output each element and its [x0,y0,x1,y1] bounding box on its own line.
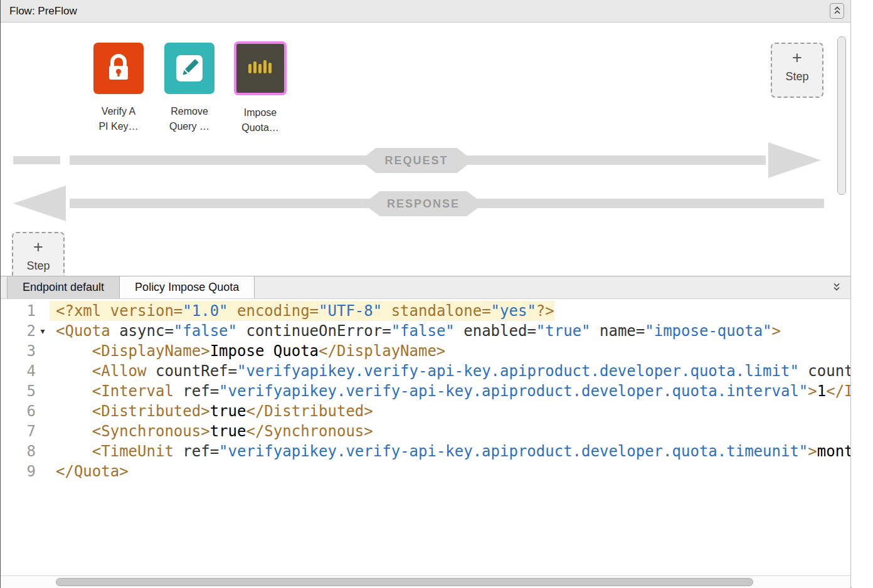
gutter: 7 [1,421,50,441]
main-column: Flow: PreFlow [1,0,851,588]
gutter: 2▾ [1,321,50,341]
double-chevron-up-icon [833,6,841,17]
expand-editor-button[interactable] [829,280,844,295]
code-text: <Allow countRef="verifyapikey.verify-api… [50,361,850,381]
code-line-5: 5 <Interval ref="verifyapikey.verify-api… [1,381,850,401]
double-chevron-down-icon [833,282,840,293]
flow-panel-header: Flow: PreFlow [1,0,850,23]
code-line-7: 7 <Synchronous>true</Synchronous> [1,421,850,441]
fold-spacer [36,421,50,441]
policy-step-remove-query[interactable]: Remove Query … [162,43,216,135]
fold-spacer [36,341,50,361]
policy-step-verify-api-key[interactable]: Verify A PI Key… [92,43,146,135]
code-line-6: 6 <Distributed>true</Distributed> [1,401,850,421]
line-number: 5 [1,381,36,401]
code-text: <Distributed>true</Distributed> [50,401,373,421]
plus-icon: + [33,238,43,256]
line-number: 9 [1,461,36,481]
policy-step-impose-quota[interactable]: Impose Quota… [233,43,287,135]
fold-spacer [36,381,50,401]
line-number: 6 [1,401,36,421]
code-line-8: 8 <TimeUnit ref="verifyapikey.verify-api… [1,441,850,461]
pencil-icon [164,43,214,94]
tab-policy-impose-quota[interactable]: Policy Impose Quota [120,276,255,298]
code-line-2: 2▾<Quota async="false" continueOnError="… [1,321,850,341]
code-line-1: 1<?xml version="1.0" encoding="UTF-8" st… [1,301,850,321]
plus-icon: + [792,49,802,66]
add-response-step-button[interactable]: + Step [12,232,65,276]
collapse-flow-button[interactable] [830,3,844,19]
gutter: 8 [1,441,50,461]
gutter: 6 [1,401,50,421]
code-editor[interactable]: 1<?xml version="1.0" encoding="UTF-8" st… [1,299,850,588]
add-step-label: Step [26,260,50,273]
request-arrowhead-icon [768,142,821,178]
editor-horizontal-scrollbar[interactable] [1,575,850,588]
scrollbar-thumb[interactable] [837,36,846,195]
add-request-step-button[interactable]: + Step [771,43,823,98]
line-number: 7 [1,421,36,441]
request-arrow-label: REQUEST [360,148,473,173]
gutter: 1 [1,301,50,321]
code-text: <DisplayName>Impose Quota</DisplayName> [50,341,445,361]
line-number: 4 [1,361,36,381]
fold-spacer [36,401,50,421]
flow-title: Flow: PreFlow [9,5,77,18]
code-line-3: 3 <DisplayName>Impose Quota</DisplayName… [1,341,850,361]
code-text: <Quota async="false" continueOnError="fa… [50,321,781,341]
line-number: 2 [1,321,36,341]
request-policy-steps: Verify A PI Key… [92,43,287,135]
scrollbar-thumb[interactable] [56,578,753,586]
step-label: Verify A PI Key… [98,104,138,134]
lock-icon [93,43,144,94]
step-label: Remove Query … [169,104,209,134]
add-step-label: Step [785,70,808,83]
flow-vertical-scrollbar[interactable] [837,35,846,271]
line-number: 8 [1,441,36,461]
fold-spacer [36,361,50,381]
right-gutter [852,0,873,588]
code-lines: 1<?xml version="1.0" encoding="UTF-8" st… [1,301,850,481]
gutter: 5 [1,381,50,401]
flow-canvas: Verify A PI Key… [1,23,850,276]
bar-chart-icon [234,41,287,95]
fold-spacer [36,441,50,461]
code-text: <Synchronous>true</Synchronous> [50,421,373,441]
fold-spacer [36,461,50,481]
gutter: 4 [1,361,50,381]
code-text: <Interval ref="verifyapikey.verify-api-k… [50,381,850,401]
code-line-4: 4 <Allow countRef="verifyapikey.verify-a… [1,361,850,381]
code-text: <?xml version="1.0" encoding="UTF-8" sta… [50,301,554,321]
response-arrow-label: RESPONSE [363,191,484,216]
fold-spacer [36,301,50,321]
code-text: <TimeUnit ref="verifyapikey.verify-api-k… [50,441,850,461]
gutter: 3 [1,341,50,361]
fold-toggle-icon[interactable]: ▾ [36,321,50,341]
editor-tab-bar: Endpoint default Policy Impose Quota [1,276,850,299]
line-number: 1 [1,301,36,321]
request-arrow-stub [13,156,60,164]
response-arrowhead-icon [13,186,66,221]
tab-endpoint-default[interactable]: Endpoint default [7,276,120,298]
apigee-flow-editor: Flow: PreFlow [0,0,873,588]
code-line-9: 9</Quota> [1,461,850,481]
code-text: </Quota> [50,461,129,481]
step-label: Impose Quota… [241,105,279,135]
gutter: 9 [1,461,50,481]
line-number: 3 [1,341,36,361]
